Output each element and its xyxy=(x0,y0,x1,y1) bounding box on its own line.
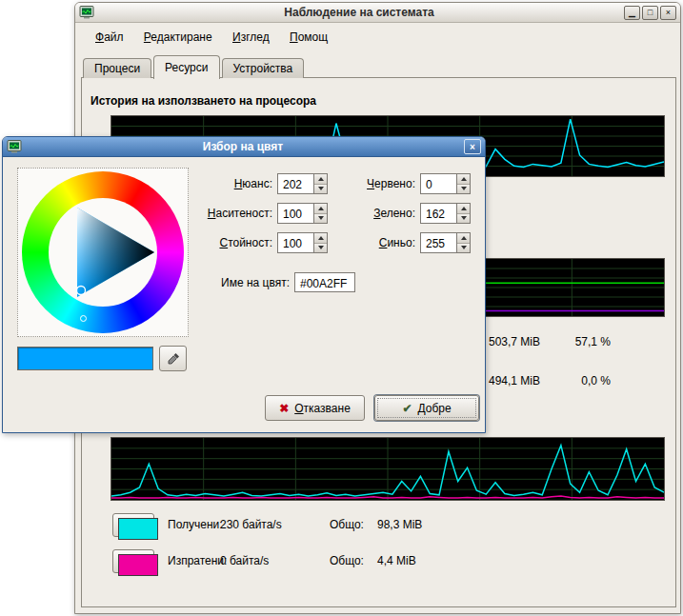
red-label: Червено: xyxy=(317,177,415,190)
network-received-row: Получени: 230 байта/s Общо: 98,3 MiB xyxy=(110,513,665,537)
swap-percent: 0,0 % xyxy=(539,374,611,387)
cancel-button[interactable]: ✖ Отказване xyxy=(265,395,365,421)
close-icon[interactable]: × xyxy=(660,6,676,20)
hue-ring[interactable] xyxy=(22,171,184,333)
spin-down-icon[interactable] xyxy=(457,214,470,224)
maximize-icon[interactable]: □ xyxy=(642,6,658,20)
color-preview xyxy=(17,347,153,370)
sent-color-button[interactable] xyxy=(112,549,154,573)
blue-spinbutton[interactable]: 255 xyxy=(420,232,471,253)
dialog-titlebar[interactable]: Избор на цвят × xyxy=(3,137,485,157)
sent-total: 4,4 MiB xyxy=(377,549,416,573)
color-picker-dialog: Избор на цвят × Ню xyxy=(2,136,486,433)
sent-label: Изпратени: xyxy=(168,549,227,573)
spin-up-icon[interactable] xyxy=(457,233,470,244)
saturation-label: Наситеност: xyxy=(174,207,272,220)
menu-edit[interactable]: Редактиране xyxy=(139,29,217,46)
sent-rate: 0 байта/s xyxy=(220,549,269,573)
main-titlebar[interactable]: Наблюдение на системата ▁ □ × xyxy=(75,3,680,23)
eyedropper-button[interactable] xyxy=(159,346,187,371)
ok-check-icon: ✔ xyxy=(402,403,412,414)
hue-selection-marker[interactable] xyxy=(80,315,87,322)
saturation-value[interactable]: 100 xyxy=(277,203,313,224)
received-label: Получени: xyxy=(168,513,223,537)
color-name-label: Име на цвят: xyxy=(174,276,290,289)
menu-help[interactable]: Помощ xyxy=(285,29,332,46)
cpu-history-heading: История на използването на процесора xyxy=(90,94,316,108)
ok-button-label: Добре xyxy=(417,402,451,415)
dialog-title: Избор на цвят xyxy=(26,140,460,153)
value-label: Стойност: xyxy=(174,236,272,249)
main-window-title: Наблюдение на системата xyxy=(98,6,620,19)
eyedropper-icon xyxy=(166,351,181,367)
green-spinbutton[interactable]: 162 xyxy=(420,203,471,224)
received-total: 98,3 MiB xyxy=(377,513,422,537)
tab-devices[interactable]: Устройства xyxy=(222,58,305,78)
sv-triangle xyxy=(49,198,157,307)
cancel-x-icon: ✖ xyxy=(279,403,289,414)
system-monitor-icon xyxy=(79,5,94,20)
dialog-close-icon[interactable]: × xyxy=(464,139,481,154)
hsv-color-wheel[interactable] xyxy=(17,168,189,337)
network-sent-row: Изпратени: 0 байта/s Общо: 4,4 MiB xyxy=(110,549,665,573)
spin-up-icon[interactable] xyxy=(457,204,470,214)
received-color-swatch xyxy=(118,518,158,540)
received-color-button[interactable] xyxy=(112,513,154,537)
received-total-label: Общо: xyxy=(330,513,364,537)
minimize-icon[interactable]: ▁ xyxy=(624,6,640,20)
menu-view[interactable]: Изглед xyxy=(228,29,274,46)
blue-value[interactable]: 255 xyxy=(420,232,456,253)
sent-total-label: Общо: xyxy=(330,549,364,573)
sent-color-swatch xyxy=(118,554,158,576)
tab-processes[interactable]: Процеси xyxy=(83,58,151,78)
hue-value[interactable]: 202 xyxy=(277,173,313,194)
hue-label: Нюанс: xyxy=(174,177,272,190)
ok-button[interactable]: ✔ Добре xyxy=(374,395,479,421)
cancel-button-label: Отказване xyxy=(294,402,351,415)
green-value[interactable]: 162 xyxy=(420,203,456,224)
menubar: Файл Редактиране Изглед Помощ xyxy=(75,24,680,49)
received-rate: 230 байта/s xyxy=(220,513,282,537)
blue-label: Синьо: xyxy=(317,236,415,249)
color-name-input[interactable]: #00A2FF xyxy=(294,272,355,292)
red-spinbutton[interactable]: 0 xyxy=(420,173,471,194)
value-value[interactable]: 100 xyxy=(277,232,313,253)
spin-down-icon[interactable] xyxy=(457,185,470,194)
tab-resources[interactable]: Ресурси xyxy=(153,55,219,79)
network-history-chart xyxy=(110,437,665,501)
red-value[interactable]: 0 xyxy=(420,173,456,194)
dialog-app-icon xyxy=(7,139,22,154)
memory-percent: 57,1 % xyxy=(539,335,611,348)
green-label: Зелено: xyxy=(317,207,415,220)
menu-file[interactable]: Файл xyxy=(90,29,129,46)
spin-up-icon[interactable] xyxy=(457,174,470,185)
spin-down-icon[interactable] xyxy=(457,244,470,253)
tab-strip: Процеси Ресурси Устройства xyxy=(83,55,304,78)
